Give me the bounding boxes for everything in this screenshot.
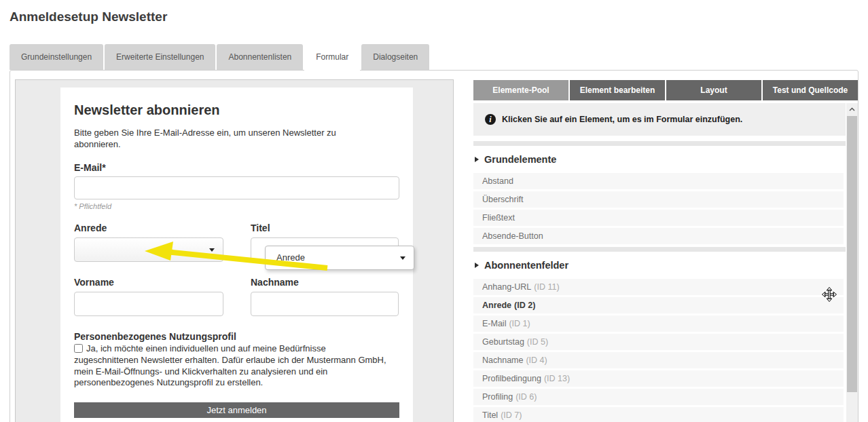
chevron-right-icon xyxy=(475,157,479,162)
pool-item-absende-button[interactable]: Absende-Button xyxy=(473,228,844,244)
pool-section-title: Grundelemente xyxy=(484,154,556,165)
main-tab-dialogseiten[interactable]: Dialogseiten xyxy=(361,44,429,70)
chevron-down-icon xyxy=(400,256,405,260)
dragged-element-label: Anrede xyxy=(276,252,305,263)
main-tab-formular[interactable]: Formular xyxy=(304,44,360,73)
pool-item-titel[interactable]: Titel(ID 7) xyxy=(473,407,844,422)
main-tab-grundeinstellungen[interactable]: Grundeinstellungen xyxy=(10,44,103,70)
pool-item-profiling[interactable]: Profiling(ID 6) xyxy=(473,389,844,405)
editor-tab-layout[interactable]: Layout xyxy=(666,80,761,100)
required-note: * Pflichtfeld xyxy=(74,202,399,210)
pool-item-id: (ID 6) xyxy=(516,392,537,402)
profile-heading: Personenbezogenes Nutzungsprofil xyxy=(74,331,399,342)
pool-item-abstand[interactable]: Abstand xyxy=(473,173,844,189)
pool-item-geburtstag[interactable]: Geburtstag(ID 5) xyxy=(473,334,844,350)
pool-item-label: E-Mail xyxy=(482,319,506,328)
chevron-right-icon xyxy=(475,263,479,268)
anrede-label: Anrede xyxy=(74,223,223,233)
profile-consent-text: Ja, ich möchte einen individuellen und a… xyxy=(74,343,392,389)
pool-item-anrede[interactable]: Anrede(ID 2) xyxy=(473,297,844,313)
pool-item-fließtext[interactable]: Fließtext xyxy=(473,210,844,226)
anrede-select[interactable] xyxy=(74,237,223,262)
email-field[interactable] xyxy=(74,176,399,199)
pool-item-überschrift[interactable]: Überschrift xyxy=(473,191,844,208)
pool-item-id: (ID 1) xyxy=(509,319,530,328)
pool-item-label: Profiling xyxy=(482,392,513,402)
pool-item-id: (ID 2) xyxy=(514,301,535,310)
scroll-up-button[interactable] xyxy=(846,103,858,115)
editor-tab-bar: Elemente-PoolElement bearbeitenLayoutTes… xyxy=(473,80,858,100)
pool-item-label: Anrede xyxy=(482,301,511,310)
editor-tab-elemente-pool[interactable]: Elemente-Pool xyxy=(473,80,568,100)
pool-item-label: Fließtext xyxy=(482,213,515,223)
pool-item-id: (ID 4) xyxy=(526,356,547,365)
pool-section-header-grundelemente[interactable]: Grundelemente xyxy=(475,154,846,165)
vorname-field[interactable] xyxy=(74,292,223,316)
form-heading: Newsletter abonnieren xyxy=(74,102,399,118)
section-divider xyxy=(473,141,846,146)
pool-item-e-mail[interactable]: E-Mail(ID 1) xyxy=(473,315,844,332)
vorname-label: Vorname xyxy=(74,277,223,288)
section-divider xyxy=(473,247,846,252)
pool-section-header-abonnentenfelder[interactable]: Abonnentenfelder xyxy=(475,260,846,271)
editor-scrollbar[interactable] xyxy=(846,103,858,422)
chevron-up-icon xyxy=(849,107,855,111)
pool-item-id: (ID 13) xyxy=(544,374,570,383)
form-intro-text: Bitte geben Sie Ihre E-Mail-Adresse ein,… xyxy=(74,128,376,151)
pool-item-id: (ID 5) xyxy=(527,337,548,347)
pool-item-label: Abstand xyxy=(482,176,513,186)
pool-item-label: Absende-Button xyxy=(482,231,543,241)
pool-item-label: Profilbedingung xyxy=(482,374,541,383)
pool-item-id: (ID 11) xyxy=(534,282,559,292)
anmeldesetup-page: Anmeldesetup Newsletter Grundeinstellung… xyxy=(0,0,868,422)
info-message: Klicken Sie auf ein Element, um es im Fo… xyxy=(502,115,742,124)
nachname-label: Nachname xyxy=(251,277,399,288)
chevron-down-icon xyxy=(209,248,215,252)
main-tab-bar: GrundeinstellungenErweiterte Einstellung… xyxy=(10,44,429,73)
page-title: Anmeldesetup Newsletter xyxy=(10,9,167,24)
pool-item-profilbedingung[interactable]: Profilbedingung(ID 13) xyxy=(473,370,844,387)
pool-section-title: Abonnentenfelder xyxy=(484,260,568,271)
info-icon: i xyxy=(485,114,496,125)
pool-item-label: Titel xyxy=(482,410,498,420)
email-label: E-Mail* xyxy=(74,162,399,173)
submit-button[interactable]: Jetzt anmelden xyxy=(74,402,399,418)
editor-tab-element-bearbeiten[interactable]: Element bearbeiten xyxy=(570,80,665,100)
element-pool: GrundelementeAbstandÜberschriftFließtext… xyxy=(473,138,846,422)
scrollbar-thumb[interactable] xyxy=(847,116,857,392)
pool-item-label: Nachname xyxy=(482,356,523,365)
profile-consent-checkbox[interactable] xyxy=(74,344,83,353)
pool-item-label: Anhang-URL xyxy=(482,282,531,292)
pool-item-id: (ID 7) xyxy=(501,410,522,420)
dragged-anrede-element[interactable]: Anrede xyxy=(265,246,414,270)
info-banner: i Klicken Sie auf ein Element, um es im … xyxy=(473,103,846,136)
pool-item-anhang-url[interactable]: Anhang-URL(ID 11) xyxy=(473,279,844,295)
main-tab-abonnentenlisten[interactable]: Abonnentenlisten xyxy=(217,44,303,70)
titel-label: Titel xyxy=(251,223,399,233)
nachname-field[interactable] xyxy=(251,292,399,316)
editor-tab-test-und-quellcode[interactable]: Test und Quellcode xyxy=(763,80,858,100)
pool-item-nachname[interactable]: Nachname(ID 4) xyxy=(473,352,844,368)
pool-item-label: Geburtstag xyxy=(482,337,524,347)
pool-item-label: Überschrift xyxy=(482,195,523,204)
main-tab-erweiterte-einstellungen[interactable]: Erweiterte Einstellungen xyxy=(105,44,215,70)
